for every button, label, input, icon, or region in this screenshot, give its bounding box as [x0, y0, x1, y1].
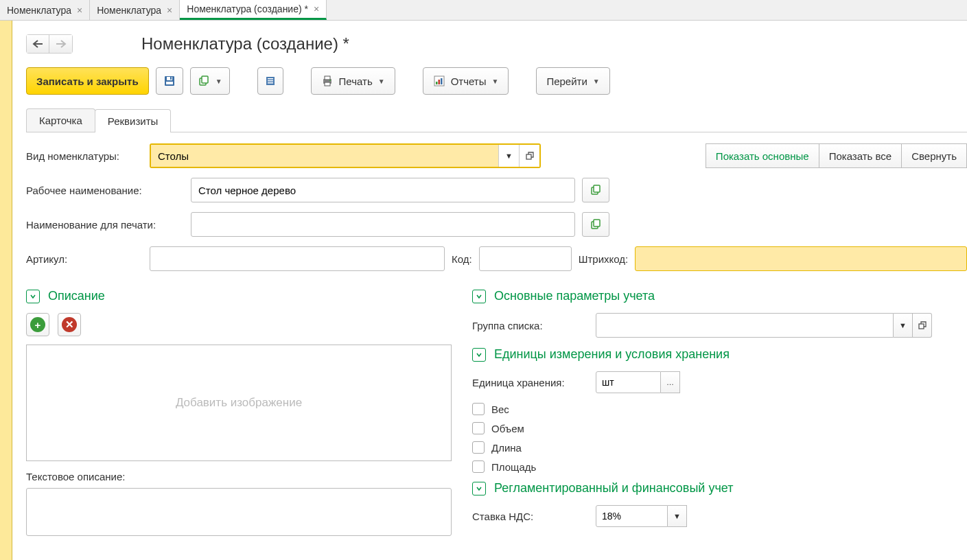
- text-desc-input[interactable]: [26, 488, 452, 536]
- top-tab-2[interactable]: Номенклатура (создание) *×: [180, 0, 327, 20]
- accounting-section-toggle[interactable]: Основные параметры учета: [472, 289, 967, 303]
- save-close-button[interactable]: Записать и закрыть: [26, 67, 149, 95]
- weight-label: Вес: [491, 404, 509, 415]
- svg-rect-22: [594, 220, 600, 226]
- length-checkbox[interactable]: [472, 441, 485, 454]
- area-checkbox[interactable]: [472, 460, 485, 473]
- article-input[interactable]: [150, 246, 445, 271]
- add-image-button[interactable]: +: [26, 313, 49, 336]
- show-main-button[interactable]: Показать основные: [706, 143, 819, 168]
- reports-button[interactable]: Отчеты ▼: [423, 67, 509, 95]
- svg-point-13: [329, 80, 331, 81]
- svg-rect-18: [526, 154, 531, 159]
- svg-rect-1: [166, 82, 173, 84]
- chevron-down-icon: [472, 482, 486, 495]
- volume-label: Объем: [491, 423, 524, 434]
- work-name-label: Рабочее наименование:: [26, 185, 184, 196]
- work-name-input[interactable]: [191, 178, 575, 202]
- code-label: Код:: [452, 253, 472, 265]
- kind-input[interactable]: [151, 145, 498, 167]
- chevron-down-icon: [472, 290, 486, 303]
- save-button[interactable]: [156, 67, 183, 95]
- svg-rect-12: [325, 82, 330, 86]
- list-group-dropdown-icon[interactable]: ▼: [894, 313, 913, 338]
- image-drop-area[interactable]: Добавить изображение: [26, 345, 452, 461]
- close-icon[interactable]: ×: [167, 5, 172, 16]
- description-section-label: Описание: [48, 289, 105, 303]
- svg-rect-16: [438, 80, 440, 84]
- volume-checkbox[interactable]: [472, 422, 485, 434]
- accounting-section-label: Основные параметры учета: [494, 289, 655, 303]
- inner-tab-0[interactable]: Карточка: [26, 108, 95, 132]
- copy-button[interactable]: ▼: [190, 67, 230, 95]
- storage-unit-label: Единица хранения:: [472, 377, 589, 388]
- top-tab-label: Номенклатура (создание) *: [187, 3, 308, 14]
- list-group-label: Группа списка:: [472, 320, 589, 331]
- inner-tab-bar: КарточкаРеквизиты: [26, 108, 967, 132]
- storage-unit-select-button[interactable]: …: [661, 371, 680, 393]
- collapse-button[interactable]: Свернуть: [902, 143, 967, 168]
- kind-combo[interactable]: ▼: [150, 143, 541, 168]
- kind-label: Вид номенклатуры:: [26, 150, 143, 162]
- image-placeholder-label: Добавить изображение: [176, 396, 302, 410]
- close-icon[interactable]: ×: [314, 3, 319, 14]
- chevron-down-icon: [26, 290, 40, 303]
- svg-rect-23: [919, 324, 924, 329]
- chevron-down-icon: [472, 348, 486, 362]
- back-button[interactable]: [26, 34, 49, 54]
- page-title: Номенклатура (создание) *: [141, 34, 349, 54]
- vat-rate-dropdown-icon[interactable]: ▼: [668, 505, 687, 527]
- top-tab-label: Номенклатура: [7, 5, 71, 16]
- svg-rect-5: [202, 76, 208, 83]
- svg-rect-8: [268, 80, 273, 82]
- top-tab-bar: Номенклатура×Номенклатура×Номенклатура (…: [0, 0, 967, 21]
- close-icon[interactable]: ×: [77, 5, 82, 16]
- vat-rate-label: Ставка НДС:: [472, 511, 589, 522]
- print-name-copy-button[interactable]: [582, 212, 609, 237]
- svg-rect-17: [441, 78, 443, 84]
- svg-rect-11: [325, 76, 330, 80]
- work-name-copy-button[interactable]: [582, 178, 609, 202]
- svg-rect-20: [594, 185, 600, 192]
- goto-label: Перейти: [546, 75, 587, 87]
- inner-tab-1[interactable]: Реквизиты: [95, 109, 172, 132]
- list-group-open-icon[interactable]: [913, 313, 932, 338]
- print-label: Печать: [339, 75, 373, 87]
- reports-label: Отчеты: [451, 75, 487, 87]
- weight-checkbox[interactable]: [472, 403, 485, 415]
- article-label: Артикул:: [26, 253, 143, 265]
- print-button[interactable]: Печать ▼: [311, 67, 395, 95]
- display-toggle-group: Показать основные Показать все Свернуть: [706, 143, 967, 168]
- description-section-toggle[interactable]: Описание: [26, 289, 452, 303]
- barcode-label: Штрихкод:: [579, 253, 629, 265]
- svg-rect-7: [268, 78, 273, 80]
- list-button[interactable]: [257, 67, 283, 95]
- units-section-label: Единицы измерения и условия хранения: [494, 347, 730, 362]
- side-yellow-bar: [0, 21, 12, 560]
- length-label: Длина: [491, 442, 522, 454]
- barcode-input[interactable]: [635, 246, 967, 271]
- delete-image-button[interactable]: ✕: [58, 313, 81, 336]
- svg-rect-9: [268, 82, 273, 84]
- area-label: Площадь: [491, 461, 536, 473]
- regulated-section-toggle[interactable]: Регламентированный и финансовый учет: [472, 481, 967, 495]
- forward-button[interactable]: [49, 34, 73, 54]
- toolbar: Записать и закрыть ▼ Печать ▼ Отчеты: [26, 67, 967, 95]
- code-input[interactable]: [479, 246, 572, 271]
- top-tab-1[interactable]: Номенклатура×: [90, 0, 180, 20]
- show-all-button[interactable]: Показать все: [819, 143, 902, 168]
- svg-rect-3: [170, 77, 172, 80]
- top-tab-0[interactable]: Номенклатура×: [0, 0, 90, 20]
- top-tab-label: Номенклатура: [97, 5, 161, 16]
- vat-rate-input[interactable]: [596, 505, 668, 527]
- print-name-input[interactable]: [191, 212, 575, 237]
- text-desc-label: Текстовое описание:: [26, 471, 452, 482]
- list-group-input[interactable]: [596, 313, 894, 338]
- kind-dropdown-icon[interactable]: ▼: [498, 145, 519, 167]
- storage-unit-input[interactable]: [596, 371, 661, 393]
- goto-button[interactable]: Перейти ▼: [536, 67, 609, 95]
- svg-rect-15: [436, 82, 438, 84]
- print-name-label: Наименование для печати:: [26, 219, 184, 231]
- units-section-toggle[interactable]: Единицы измерения и условия хранения: [472, 347, 967, 362]
- kind-open-icon[interactable]: [519, 145, 539, 167]
